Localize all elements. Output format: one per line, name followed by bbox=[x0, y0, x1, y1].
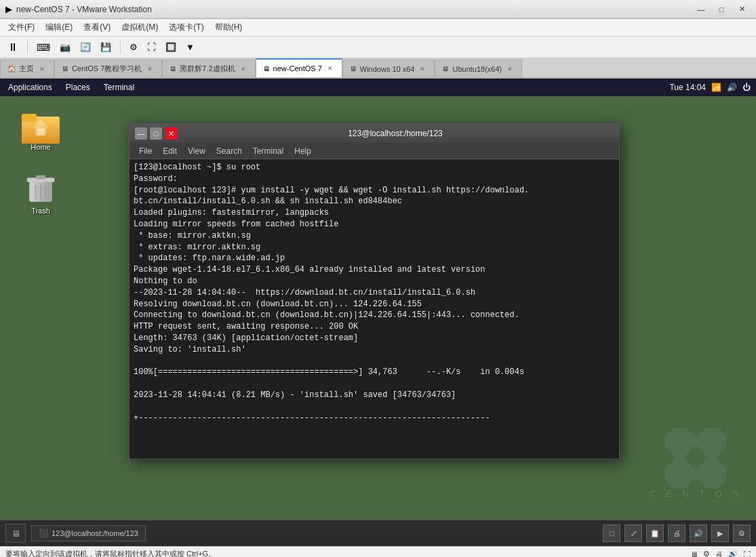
window-controls: — □ ✕ bbox=[692, 3, 751, 16]
gnome-clock: Tue 14:04 bbox=[669, 83, 706, 92]
tab-centos7[interactable]: 🖥 CentOS 7教程学习机 ✕ bbox=[54, 60, 162, 77]
close-button[interactable]: ✕ bbox=[733, 3, 751, 16]
pause-button[interactable]: ⏸ bbox=[4, 39, 22, 56]
trash-icon-label: Trash bbox=[28, 206, 53, 215]
gnome-applications-menu[interactable]: Applications bbox=[5, 83, 55, 92]
tab-home[interactable]: 🏠 主页 ✕ bbox=[0, 60, 54, 77]
bottombar-label-text: 123@localhost:/home/123 bbox=[52, 529, 138, 537]
tab-win10[interactable]: 🖥 Windows 10 x64 ✕ bbox=[342, 60, 435, 77]
vmware-bottombar: 🖥 ⬛ 123@localhost:/home/123 □ ⤢ 📋 🖨 🔊 ▶ … bbox=[0, 519, 756, 546]
bottombar-vm-icon[interactable]: 🖥 bbox=[5, 524, 26, 543]
view-menu-btn[interactable]: ▼ bbox=[182, 40, 198, 54]
tab-ubuntu18[interactable]: 🖥 Ubuntu18(x64) ✕ bbox=[435, 60, 522, 77]
gnome-panel-right: Tue 14:04 📶 🔊 ⏻ bbox=[669, 79, 751, 96]
svg-rect-8 bbox=[37, 129, 44, 136]
home-folder-icon bbox=[22, 110, 60, 142]
terminal-titlebar: — □ ✕ 123@localhost:/home/123 bbox=[130, 124, 619, 143]
vmware-statusbar: 要将输入定向到该虚拟机，请将鼠标指针移入其中或按 Ctrl+G。 🖥 ⚙ 🖨 🔊… bbox=[0, 546, 756, 557]
tab-centos7-close[interactable]: ✕ bbox=[145, 64, 155, 74]
statusbar-hint: 要将输入定向到该虚拟机，请将鼠标指针移入其中或按 Ctrl+G。 bbox=[5, 549, 216, 557]
terminal-menubar: File Edit View Search Terminal Help bbox=[130, 143, 619, 159]
statusbar-icon-2: ⚙ bbox=[703, 550, 710, 557]
bottombar-right: □ ⤢ 📋 🖨 🔊 ▶ ⚙ bbox=[603, 524, 751, 542]
desktop-icon-home[interactable]: Home bbox=[14, 110, 68, 152]
synology-tab-icon: 🖥 bbox=[170, 65, 176, 73]
menu-view[interactable]: 查看(V) bbox=[78, 20, 116, 35]
tab-synology-close[interactable]: ✕ bbox=[239, 64, 248, 74]
vmware-tabs: 🏠 主页 ✕ 🖥 CentOS 7教程学习机 ✕ 🖥 黑群辉7.2虚拟机 ✕ 🖥… bbox=[0, 58, 756, 79]
tab-win10-close[interactable]: ✕ bbox=[418, 64, 427, 74]
minimize-button[interactable]: — bbox=[692, 3, 710, 16]
vm-settings[interactable]: ⚙ bbox=[126, 40, 141, 54]
tab-synology[interactable]: 🖥 黑群辉7.2虚拟机 ✕ bbox=[162, 60, 255, 77]
bottombar-vm-label[interactable]: ⬛ 123@localhost:/home/123 bbox=[31, 525, 146, 541]
svg-rect-2 bbox=[665, 454, 700, 489]
new-centos7-tab-icon: 🖥 bbox=[263, 65, 270, 73]
tab-new-centos7-close[interactable]: ✕ bbox=[325, 64, 335, 73]
statusbar-icon-1: 🖥 bbox=[690, 550, 698, 558]
svg-rect-12 bbox=[36, 176, 46, 180]
bottombar-btn-7[interactable]: ⚙ bbox=[733, 524, 751, 542]
home-tab-icon: 🏠 bbox=[7, 65, 16, 73]
terminal-window: — □ ✕ 123@localhost:/home/123 File Edit … bbox=[129, 123, 620, 459]
gnome-panel-left: Applications Places Terminal bbox=[5, 83, 137, 92]
centos7-tab-icon: 🖥 bbox=[62, 65, 68, 73]
terminal-menu-search[interactable]: Search bbox=[211, 146, 247, 156]
centos-watermark: C E N T O S bbox=[649, 428, 742, 499]
send-ctrl-alt-del[interactable]: ⌨ bbox=[33, 40, 54, 55]
terminal-title: 123@localhost:/home/123 bbox=[177, 129, 614, 138]
tab-win10-label: Windows 10 x64 bbox=[360, 65, 415, 73]
gnome-volume-icon[interactable]: 🔊 bbox=[727, 83, 737, 92]
terminal-menu-edit[interactable]: Edit bbox=[157, 146, 182, 156]
terminal-menu-view[interactable]: View bbox=[182, 146, 211, 156]
terminal-menu-file[interactable]: File bbox=[134, 146, 157, 156]
vmware-title: new-CentOS 7 - VMware Workstation bbox=[16, 5, 692, 14]
terminal-content: [123@localhost ~]$ su root Password: [ro… bbox=[134, 163, 529, 423]
bottombar-btn-6[interactable]: ▶ bbox=[711, 524, 729, 542]
menu-tabs[interactable]: 选项卡(T) bbox=[163, 20, 209, 35]
win10-tab-icon: 🖥 bbox=[350, 65, 357, 73]
tab-ubuntu18-close[interactable]: ✕ bbox=[505, 64, 515, 74]
toolbar-separator-1 bbox=[27, 41, 28, 54]
terminal-maximize-btn[interactable]: □ bbox=[150, 127, 162, 140]
terminal-body[interactable]: [123@localhost ~]$ su root Password: [ro… bbox=[130, 159, 619, 459]
gnome-terminal-menu[interactable]: Terminal bbox=[101, 83, 137, 92]
maximize-button[interactable]: □ bbox=[713, 3, 730, 16]
bottombar-btn-4[interactable]: 🖨 bbox=[668, 524, 685, 542]
tab-new-centos7[interactable]: 🖥 new-CentOS 7 ✕ bbox=[256, 58, 342, 77]
centos-logo-icon bbox=[665, 428, 726, 489]
snapshot-button[interactable]: 📷 bbox=[56, 40, 74, 54]
unity-button[interactable]: 🔲 bbox=[162, 40, 180, 54]
vmware-app-icon: ▶ bbox=[5, 4, 12, 14]
svg-rect-0 bbox=[665, 428, 700, 462]
fullscreen-button[interactable]: ⛶ bbox=[144, 40, 159, 54]
toolbar-separator-2 bbox=[120, 41, 121, 54]
bottombar-btn-2[interactable]: ⤢ bbox=[624, 524, 642, 542]
suspend-button[interactable]: 💾 bbox=[97, 40, 115, 54]
menu-help[interactable]: 帮助(H) bbox=[210, 20, 248, 35]
terminal-menu-terminal[interactable]: Terminal bbox=[247, 146, 289, 156]
gnome-places-menu[interactable]: Places bbox=[63, 83, 93, 92]
bottombar-btn-1[interactable]: □ bbox=[603, 524, 620, 542]
tab-home-close[interactable]: ✕ bbox=[37, 64, 47, 74]
gnome-power-icon[interactable]: ⏻ bbox=[742, 83, 751, 92]
gnome-network-icon: 📶 bbox=[711, 83, 721, 92]
tab-centos7-label: CentOS 7教程学习机 bbox=[72, 64, 142, 74]
trash-icon bbox=[24, 171, 57, 206]
svg-rect-6 bbox=[22, 114, 37, 122]
terminal-close-btn[interactable]: ✕ bbox=[165, 127, 177, 140]
terminal-minimize-btn[interactable]: — bbox=[135, 127, 147, 140]
bottombar-btn-5[interactable]: 🔊 bbox=[690, 524, 707, 542]
vmware-menubar: 文件(F) 编辑(E) 查看(V) 虚拟机(M) 选项卡(T) 帮助(H) bbox=[0, 19, 756, 37]
centos-watermark-text: C E N T O S bbox=[649, 489, 742, 499]
desktop: C E N T O S Home bbox=[0, 96, 756, 519]
menu-vm[interactable]: 虚拟机(M) bbox=[116, 20, 163, 35]
menu-edit[interactable]: 编辑(E) bbox=[40, 20, 78, 35]
home-icon-label: Home bbox=[28, 142, 53, 152]
desktop-icon-trash[interactable]: Trash bbox=[14, 171, 68, 215]
menu-file[interactable]: 文件(F) bbox=[3, 20, 40, 35]
terminal-menu-help[interactable]: Help bbox=[289, 146, 317, 156]
snapshot-mgr[interactable]: 🔄 bbox=[77, 40, 94, 54]
statusbar-right: 🖥 ⚙ 🖨 🔊 ⛶ bbox=[690, 550, 751, 557]
bottombar-btn-3[interactable]: 📋 bbox=[646, 524, 664, 542]
